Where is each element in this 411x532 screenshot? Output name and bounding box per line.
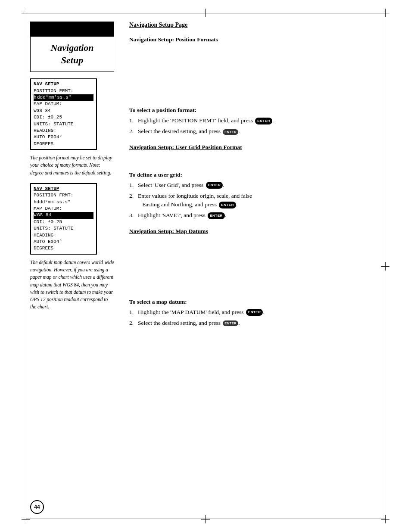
screen2-row-heading: HEADING: — [34, 232, 93, 239]
screen2-row-cdi: CDI: ±0.25 — [34, 219, 93, 225]
screen2-title: NAV SETUP — [34, 186, 93, 192]
crosshair-bottom-left — [22, 515, 30, 523]
screen1-row-wgs84: WGS 84 — [34, 108, 93, 114]
step-datum-2: 2. Select the desired setting, and press… — [129, 319, 381, 327]
screen2-row-hddd: hddd°mm'ss.s" — [34, 199, 93, 205]
device-screen-1: NAV SETUP POSITION FRMT: hddd°mm'ss.s" M… — [30, 78, 97, 150]
step-pos-1-text: Highlight the 'POSITION FRMT' field, and… — [138, 116, 381, 125]
step-grid-3-num: 3. — [129, 211, 138, 220]
section-heading: Navigation Setup Page — [129, 22, 381, 28]
crosshair-top-right — [381, 9, 389, 17]
step-pos-1: 1. Highlight the 'POSITION FRMT' field, … — [129, 116, 381, 125]
step-datum-2-num: 2. — [129, 319, 138, 327]
position-formats-image-area — [129, 47, 381, 72]
step-datum-2-text: Select the desired setting, and press EN… — [138, 319, 381, 327]
left-sidebar: Navigation Setup NAV SETUP POSITION FRMT… — [30, 22, 121, 510]
screen1-row-highlight: hddd°mm'ss.s" — [34, 94, 93, 101]
subsection-heading-usergrid: Navigation Setup: User Grid Position For… — [129, 144, 381, 151]
enter-badge-4: ENTER — [219, 202, 236, 208]
screen1-row-cdi: CDI: ±0.25 — [34, 114, 93, 121]
step-grid-1-num: 1. — [129, 181, 138, 190]
instruction-user-grid: To define a user grid: — [129, 171, 381, 178]
screen2-row-auto: AUTO E004° — [34, 239, 93, 245]
instruction-position-format: To select a position format: — [129, 107, 381, 114]
enter-badge-3: ENTER — [206, 182, 223, 189]
subsection-heading-position: Navigation Setup: Position Formats — [129, 36, 381, 43]
instruction-map-datum: To select a map datum: — [129, 299, 381, 305]
step-datum-1-text: Highlight the 'MAP DATUM' field, and pre… — [138, 308, 381, 317]
caption-2: The default map datum covers world-wide … — [30, 259, 114, 311]
screen1-title: NAV SETUP — [34, 81, 93, 87]
nav-setup-title-box: Navigation Setup — [30, 37, 114, 72]
main-content: Navigation Setup Page Navigation Setup: … — [121, 22, 381, 510]
screen2-row-mapdatum: MAP DATUM: — [34, 205, 93, 212]
screen2-row-highlight: WGS 84 — [34, 212, 93, 218]
step-grid-2-text: Enter values for longitude origin, scale… — [138, 192, 381, 209]
step-grid-2-num: 2. — [129, 192, 138, 209]
enter-badge-2: ENTER — [223, 129, 238, 135]
crosshair-top-center — [201, 9, 210, 17]
screen1-row-heading: HEADING: — [34, 128, 93, 134]
screen2-cursor: W — [34, 212, 37, 218]
step-grid-3: 3. Highlight 'SAVE?', and press ENTER. — [129, 211, 381, 220]
step-grid-1: 1. Select 'User Grid', and press ENTER. — [129, 181, 381, 190]
step-pos-2-text: Select the desired setting, and press EN… — [138, 127, 381, 136]
enter-badge-7: ENTER — [223, 320, 238, 326]
page-border-left — [26, 13, 26, 519]
enter-badge-1: ENTER — [255, 118, 272, 124]
step-datum-1-num: 1. — [129, 308, 138, 317]
step-grid-3-text: Highlight 'SAVE?', and press ENTER. — [138, 211, 381, 220]
step-pos-2-num: 2. — [129, 127, 138, 136]
page-content: Navigation Setup NAV SETUP POSITION FRMT… — [30, 22, 381, 510]
step-datum-1: 1. Highlight the 'MAP DATUM' field, and … — [129, 308, 381, 317]
screen2-row-degrees: DEGREES — [34, 245, 93, 252]
screen2-row-units: UNITS: STATUTE — [34, 225, 93, 232]
device-screen-2: NAV SETUP POSITION FRMT: hddd°mm'ss.s" M… — [30, 183, 97, 255]
screen1-row-mapdatum: MAP DATUM: — [34, 101, 93, 107]
screen1-row-posfrmt: POSITION FRMT: — [34, 88, 93, 94]
screen2-row-posfrmt: POSITION FRMT: — [34, 192, 93, 199]
step-grid-1-text: Select 'User Grid', and press ENTER. — [138, 181, 381, 190]
step-pos-1-num: 1. — [129, 116, 138, 125]
sidebar-tab — [30, 22, 114, 37]
enter-badge-5: ENTER — [208, 212, 225, 219]
enter-badge-6: ENTER — [246, 309, 263, 316]
map-datums-image-area — [129, 238, 381, 264]
crosshair-bottom-right — [381, 515, 389, 523]
nav-setup-title: Navigation Setup — [35, 42, 109, 66]
crosshair-bottom-center — [201, 515, 210, 523]
subsection-heading-mapdatums: Navigation Setup: Map Datums — [129, 228, 381, 235]
screen1-row-degrees: DEGREES — [34, 141, 93, 147]
step-grid-2: 2. Enter values for longitude origin, sc… — [129, 192, 381, 209]
user-grid-image-area — [129, 154, 381, 167]
caption-1: The position format may be set to displa… — [30, 154, 114, 177]
screen1-cursor: h — [34, 94, 37, 101]
crosshair-top-left — [22, 9, 30, 17]
screen1-row-auto: AUTO E004° — [34, 134, 93, 140]
step-pos-2: 2. Select the desired setting, and press… — [129, 127, 381, 136]
crosshair-right-center — [381, 262, 389, 271]
screen1-row-units: UNITS: STATUTE — [34, 121, 93, 128]
